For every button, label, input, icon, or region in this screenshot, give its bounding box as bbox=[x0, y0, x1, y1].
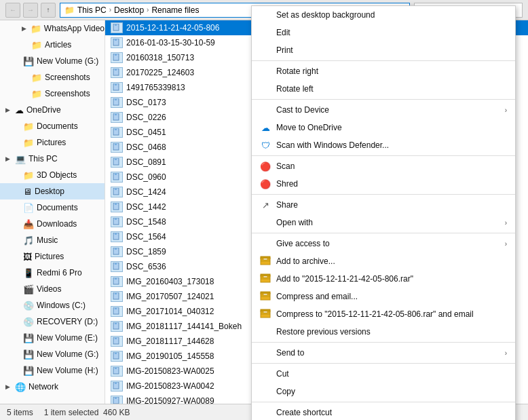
sidebar-item-music[interactable]: 🎵 Music bbox=[0, 232, 105, 248]
ctx-icon-add-to-rar bbox=[260, 273, 271, 284]
nav-buttons: ← → ↑ bbox=[5, 3, 56, 18]
folder-icon-network: 🌐 bbox=[15, 382, 26, 392]
svg-rect-25 bbox=[115, 203, 117, 205]
file-icon bbox=[111, 216, 123, 227]
ctx-item-print[interactable]: Print bbox=[252, 41, 515, 59]
sidebar-item-new-volume-g[interactable]: 💾 New Volume (G:) bbox=[0, 53, 105, 69]
sidebar-label-documents2: Documents bbox=[37, 203, 78, 212]
ctx-label-add-to-archive: Add to archive... bbox=[276, 256, 335, 266]
ctx-item-left: ↗ Share bbox=[260, 199, 298, 210]
sidebar-item-windows-c[interactable]: 💿 Windows (C:) bbox=[0, 297, 105, 313]
ctx-item-edit[interactable]: Edit bbox=[252, 24, 515, 41]
svg-rect-3 bbox=[115, 39, 117, 41]
sidebar-item-pictures2[interactable]: 🖼 Pictures bbox=[0, 248, 105, 265]
ctx-item-copy[interactable]: Copy bbox=[252, 383, 515, 400]
ctx-label-add-to-rar: Add to "2015-12-11-21-42-05-806.rar" bbox=[276, 274, 413, 284]
ctx-icon-compress-email bbox=[260, 291, 271, 302]
file-icon bbox=[111, 321, 123, 332]
sidebar-label-new-volume-g: New Volume (G:) bbox=[37, 56, 98, 66]
svg-rect-7 bbox=[115, 69, 117, 71]
ctx-item-cut[interactable]: Cut bbox=[252, 365, 515, 383]
ctx-item-give-access[interactable]: Give access to › bbox=[252, 235, 515, 252]
svg-rect-59 bbox=[261, 274, 270, 276]
ctx-item-compress-email[interactable]: Compress and email... bbox=[252, 288, 515, 305]
sidebar-label-new-volume-e: New Volume (E:) bbox=[37, 333, 98, 343]
sidebar-item-pictures1[interactable]: 📁 Pictures bbox=[0, 134, 105, 151]
file-icon bbox=[111, 82, 123, 93]
svg-rect-65 bbox=[261, 292, 270, 294]
ctx-item-scan[interactable]: 🔴 Scan bbox=[252, 157, 515, 175]
sidebar-item-screenshots1[interactable]: 📁 Screenshots bbox=[0, 69, 105, 85]
ctx-icon-cast-to-device bbox=[260, 104, 271, 115]
breadcrumb-thispc[interactable]: This PC bbox=[77, 5, 107, 15]
svg-rect-53 bbox=[261, 256, 270, 259]
breadcrumb-current[interactable]: Rename files bbox=[151, 5, 199, 15]
sidebar-item-screenshots2[interactable]: 📁 Screenshots bbox=[0, 85, 105, 102]
ctx-item-rotate-left[interactable]: Rotate left bbox=[252, 80, 515, 98]
back-button[interactable]: ← bbox=[5, 3, 20, 18]
file-icon bbox=[111, 231, 123, 242]
ctx-icon-cut bbox=[260, 368, 271, 379]
file-icon bbox=[111, 261, 123, 272]
sidebar-item-onedrive[interactable]: ▶ ☁ OneDrive bbox=[0, 102, 105, 118]
ctx-label-cast-to-device: Cast to Device bbox=[276, 105, 329, 115]
ctx-label-copy: Copy bbox=[276, 387, 295, 396]
file-icon bbox=[111, 246, 123, 257]
file-icon bbox=[111, 202, 123, 212]
breadcrumb-desktop[interactable]: Desktop bbox=[114, 5, 144, 15]
svg-rect-66 bbox=[263, 294, 267, 295]
sidebar-item-downloads[interactable]: 📥 Downloads bbox=[0, 216, 105, 232]
svg-rect-35 bbox=[115, 278, 117, 280]
sidebar-label-screenshots1: Screenshots bbox=[45, 73, 90, 82]
ctx-item-open-with[interactable]: Open with › bbox=[252, 214, 515, 231]
expand-arrow-whatsapp-video: ▶ bbox=[22, 25, 28, 32]
up-button[interactable]: ↑ bbox=[41, 3, 56, 18]
svg-rect-29 bbox=[115, 233, 117, 235]
sidebar-item-videos[interactable]: 🎬 Videos bbox=[0, 281, 105, 297]
sidebar-item-desktop[interactable]: 🖥 Desktop bbox=[0, 183, 105, 199]
ctx-item-cast-to-device[interactable]: Cast to Device › bbox=[252, 101, 515, 119]
ctx-item-share[interactable]: ↗ Share bbox=[252, 196, 515, 214]
sidebar-item-redmi-6-pro[interactable]: 📱 Redmi 6 Pro bbox=[0, 265, 105, 281]
ctx-item-send-to[interactable]: Send to › bbox=[252, 344, 515, 362]
sidebar-item-new-volume-e[interactable]: 💾 New Volume (E:) bbox=[0, 330, 105, 346]
sidebar-item-new-volume-g2[interactable]: 💾 New Volume (G:) bbox=[0, 346, 105, 362]
sidebar-item-this-pc[interactable]: ▶ 💻 This PC bbox=[0, 151, 105, 167]
folder-icon-articles: 📁 bbox=[31, 40, 42, 50]
scan-icon: 🔴 bbox=[260, 179, 271, 189]
sidebar-item-documents2[interactable]: 📄 Documents bbox=[0, 199, 105, 216]
svg-rect-51 bbox=[115, 397, 117, 399]
sidebar-item-whatsapp-video[interactable]: ▶ 📁 WhatsApp Video bbox=[0, 20, 105, 37]
file-icon bbox=[111, 366, 123, 377]
sidebar-item-3d-objects[interactable]: 📁 3D Objects bbox=[0, 167, 105, 183]
forward-button[interactable]: → bbox=[23, 3, 38, 18]
ctx-item-left: Copy bbox=[260, 386, 295, 397]
svg-rect-39 bbox=[115, 307, 117, 309]
ctx-item-create-shortcut[interactable]: Create shortcut bbox=[252, 404, 515, 420]
ctx-label-share: Share bbox=[276, 200, 298, 210]
sidebar-item-new-volume-h[interactable]: 💾 New Volume (H:) bbox=[0, 362, 105, 379]
sidebar-item-recovery-d[interactable]: 💿 RECOVERY (D:) bbox=[0, 313, 105, 330]
ctx-item-add-to-rar[interactable]: Add to "2015-12-11-21-42-05-806.rar" bbox=[252, 270, 515, 288]
sidebar-item-network[interactable]: ▶ 🌐 Network bbox=[0, 379, 105, 395]
ctx-item-compress-rar-email[interactable]: Compress to "2015-12-11-21-42-05-806.rar… bbox=[252, 305, 515, 323]
sidebar-item-articles[interactable]: 📁 Articles bbox=[0, 37, 105, 53]
scan-icon: 🔴 bbox=[260, 161, 271, 172]
ctx-item-rotate-right[interactable]: Rotate right bbox=[252, 62, 515, 80]
ctx-item-shred[interactable]: 🔴 Shred bbox=[252, 175, 515, 193]
sidebar-label-recovery-d: RECOVERY (D:) bbox=[37, 317, 98, 326]
sidebar-item-documents1[interactable]: 📁 Documents bbox=[0, 118, 105, 134]
ctx-separator bbox=[252, 155, 515, 156]
ctx-item-move-to-onedrive[interactable]: ☁ Move to OneDrive bbox=[252, 119, 515, 136]
ctx-item-add-to-archive[interactable]: Add to archive... bbox=[252, 252, 515, 270]
ctx-item-left: Add to archive... bbox=[260, 256, 335, 267]
ctx-item-restore-previous[interactable]: Restore previous versions bbox=[252, 323, 515, 341]
ctx-item-set-desktop-bg[interactable]: Set as desktop background bbox=[252, 6, 515, 24]
ctx-separator bbox=[252, 402, 515, 402]
folder-icon-3d-objects: 📁 bbox=[23, 170, 34, 180]
ctx-icon-rotate-left bbox=[260, 83, 271, 94]
ctx-icon-move-to-onedrive: ☁ bbox=[260, 122, 271, 133]
ctx-item-scan-defender[interactable]: 🛡 Scan with Windows Defender... bbox=[252, 136, 515, 154]
file-name: DSC_0891 bbox=[126, 157, 166, 167]
sidebar-label-windows-c: Windows (C:) bbox=[37, 301, 86, 310]
